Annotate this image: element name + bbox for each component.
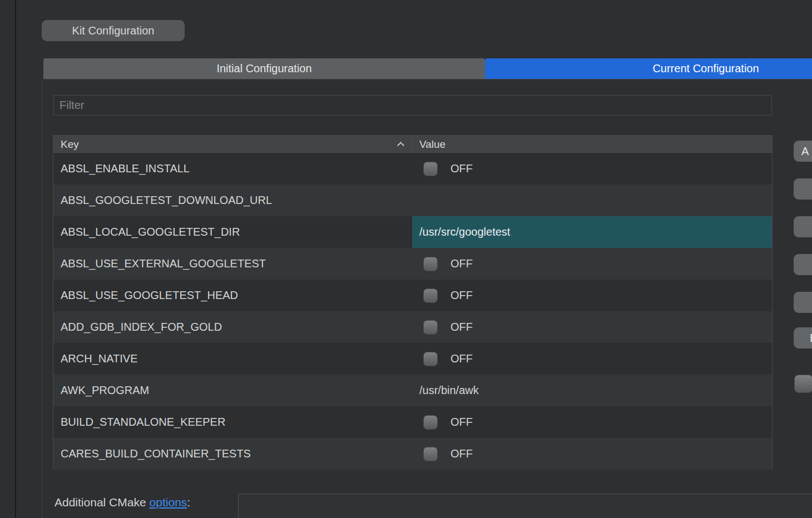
table-row[interactable]: ABSL_LOCAL_GOOGLETEST_DIR/usr/src/google… bbox=[53, 216, 772, 248]
tab-initial-label: Initial Configuration bbox=[216, 62, 311, 75]
table-row[interactable]: CARES_BUILD_CONTAINER_TESTSOFF bbox=[53, 438, 772, 470]
footer-text-prefix: Additional CMake bbox=[55, 496, 146, 509]
value-state-label: OFF bbox=[450, 321, 473, 333]
row-key-label: ABSL_GOOGLETEST_DOWNLOAD_URL bbox=[61, 185, 272, 216]
row-value-cell-selected[interactable]: /usr/src/googletest bbox=[412, 216, 772, 248]
value-checkbox[interactable] bbox=[423, 415, 438, 430]
row-value-cell[interactable]: OFF bbox=[412, 153, 772, 185]
kit-configuration-label: Kit Configuration bbox=[72, 24, 155, 37]
row-key-label: BUILD_STANDALONE_KEEPER bbox=[61, 406, 225, 438]
table-row[interactable]: ABSL_USE_EXTERNAL_GOOGLETESTOFF bbox=[53, 248, 772, 280]
row-key-label: ABSL_LOCAL_GOOGLETEST_DIR bbox=[61, 216, 240, 248]
row-key-label: CARES_BUILD_CONTAINER_TESTS bbox=[61, 438, 251, 470]
value-state-label: OFF bbox=[450, 289, 473, 302]
value-state-label: OFF bbox=[450, 257, 473, 270]
tab-current-label: Current Configuration bbox=[652, 62, 759, 75]
value-checkbox[interactable] bbox=[423, 352, 438, 366]
configuration-tab-bar: Initial Configuration Current Configurat… bbox=[43, 58, 812, 79]
side-button-label: A bbox=[801, 145, 809, 158]
table-row[interactable]: AWK_PROGRAM/usr/bin/awk bbox=[53, 375, 772, 406]
row-value-cell[interactable]: OFF bbox=[412, 406, 772, 438]
additional-cmake-options-label: Additional CMakeoptions: bbox=[55, 496, 190, 509]
configuration-table: Key Value ABSL_ENABLE_INSTALLOFFABSL_GOO… bbox=[53, 135, 773, 470]
value-state-label: OFF bbox=[450, 416, 473, 429]
footer-suffix: : bbox=[187, 496, 190, 509]
value-checkbox[interactable] bbox=[423, 320, 438, 335]
table-row[interactable]: ABSL_ENABLE_INSTALLOFF bbox=[53, 153, 772, 185]
row-value-cell[interactable]: OFF bbox=[412, 311, 772, 343]
value-checkbox[interactable] bbox=[423, 288, 438, 303]
cmake-kit-configuration-screen: Kit Configuration Initial Configuration … bbox=[0, 0, 812, 518]
row-key-label: ABSL_USE_EXTERNAL_GOOGLETEST bbox=[61, 248, 266, 280]
row-value-cell bbox=[412, 185, 772, 216]
side-button-3[interactable] bbox=[794, 216, 812, 237]
row-value-cell[interactable]: OFF bbox=[412, 438, 772, 470]
table-row[interactable]: BUILD_STANDALONE_KEEPEROFF bbox=[53, 406, 772, 438]
row-key-label: ABSL_ENABLE_INSTALL bbox=[61, 153, 190, 185]
table-row[interactable]: ABSL_USE_GOOGLETEST_HEADOFF bbox=[53, 280, 772, 311]
value-checkbox[interactable] bbox=[423, 162, 438, 176]
kit-configuration-button[interactable]: Kit Configuration bbox=[42, 20, 185, 41]
row-key-label: AWK_PROGRAM bbox=[61, 375, 149, 406]
row-key-label: ARCH_NATIVE bbox=[61, 343, 138, 375]
value-state-label: OFF bbox=[450, 352, 473, 365]
value-checkbox[interactable] bbox=[423, 257, 438, 271]
key-column-header[interactable]: Key bbox=[61, 136, 79, 153]
tab-initial-configuration[interactable]: Initial Configuration bbox=[43, 58, 485, 79]
row-key-label: ABSL_USE_GOOGLETEST_HEAD bbox=[61, 280, 238, 311]
value-checkbox[interactable] bbox=[423, 447, 438, 461]
row-value-cell[interactable]: OFF bbox=[412, 248, 772, 280]
side-button-1[interactable]: A bbox=[794, 141, 812, 162]
table-row[interactable]: ABSL_GOOGLETEST_DOWNLOAD_URL bbox=[53, 185, 772, 216]
side-checkbox[interactable] bbox=[794, 375, 812, 393]
value-state-label: OFF bbox=[450, 162, 473, 175]
row-value-cell[interactable]: /usr/bin/awk bbox=[412, 375, 772, 406]
sort-ascending-icon bbox=[397, 142, 404, 149]
filter-input[interactable] bbox=[53, 95, 772, 116]
value-text: /usr/src/googletest bbox=[412, 226, 510, 238]
side-button-5[interactable] bbox=[794, 292, 812, 313]
window-edge-divider bbox=[15, 0, 16, 518]
row-value-cell[interactable]: OFF bbox=[412, 280, 772, 311]
table-row[interactable]: ADD_GDB_INDEX_FOR_GOLDOFF bbox=[53, 311, 772, 343]
value-text: /usr/bin/awk bbox=[412, 384, 479, 397]
options-link[interactable]: options bbox=[150, 496, 187, 509]
value-column-header[interactable]: Value bbox=[419, 136, 445, 153]
side-button-2[interactable] bbox=[794, 178, 812, 200]
row-key-label: ADD_GDB_INDEX_FOR_GOLD bbox=[61, 311, 222, 343]
side-button-6[interactable]: B bbox=[794, 327, 812, 348]
table-header: Key Value bbox=[53, 136, 772, 153]
table-body: ABSL_ENABLE_INSTALLOFFABSL_GOOGLETEST_DO… bbox=[53, 153, 772, 470]
side-button-4[interactable] bbox=[794, 254, 812, 275]
table-row[interactable]: ARCH_NATIVEOFF bbox=[53, 343, 772, 375]
column-divider[interactable] bbox=[412, 138, 413, 151]
row-value-cell[interactable]: OFF bbox=[412, 343, 772, 375]
side-button-label: B bbox=[810, 332, 812, 345]
value-state-label: OFF bbox=[450, 447, 473, 460]
tab-current-configuration[interactable]: Current Configuration bbox=[485, 58, 812, 79]
additional-cmake-options-input[interactable] bbox=[238, 494, 812, 518]
